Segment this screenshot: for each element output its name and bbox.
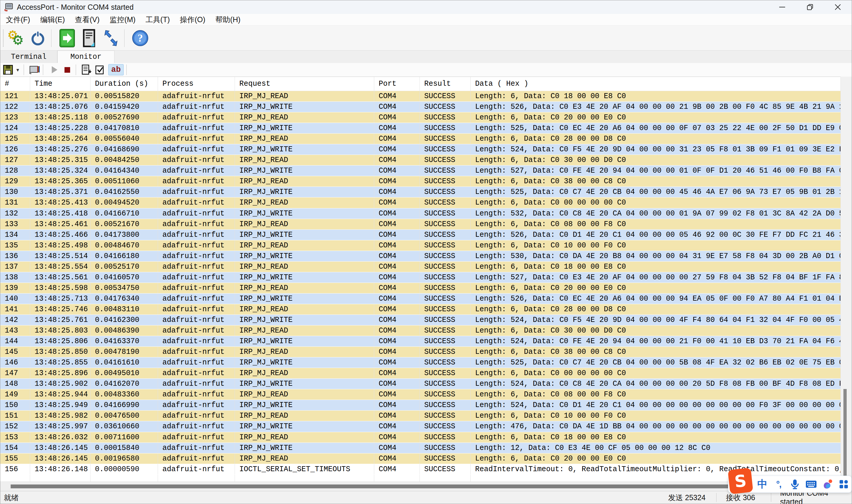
column-header-result[interactable]: Result	[420, 77, 471, 91]
toolbar-grip[interactable]	[3, 30, 4, 47]
sogou-logo-icon[interactable]: S	[728, 468, 753, 494]
column-header-process[interactable]: Process	[158, 77, 235, 91]
menu-help[interactable]: 帮助(H)	[210, 14, 246, 25]
table-row[interactable]: 12613:48:25.2760.04168690adafruit-nrfutI…	[0, 144, 841, 155]
table-row[interactable]: 15613:48:26.1480.00000590adafruit-nrfutI…	[0, 464, 841, 475]
cell-request: IRP_MJ_READ	[235, 453, 374, 464]
column-header-duration[interactable]: Duration (s)	[90, 77, 158, 91]
cell-id: 137	[0, 262, 30, 272]
tab-monitor[interactable]: Monitor	[57, 51, 115, 63]
table-row[interactable]: 12313:48:25.1180.00527690adafruit-nrfutI…	[0, 112, 841, 123]
menu-monitor[interactable]: 监控(M)	[105, 14, 140, 25]
menu-operation[interactable]: 操作(O)	[175, 14, 210, 25]
keyboard-icon[interactable]	[805, 478, 817, 490]
table-row[interactable]: 14913:48:25.9440.00483360adafruit-nrfutI…	[0, 389, 841, 400]
restore-button[interactable]	[796, 0, 824, 14]
chinese-mode-icon[interactable]: 中	[757, 478, 768, 490]
table-row[interactable]: 14313:48:25.8030.00486390adafruit-nrfutI…	[0, 325, 841, 336]
ab-toggle[interactable]: ab	[108, 64, 124, 75]
table-row[interactable]: 13613:48:25.5140.04166180adafruit-nrfutI…	[0, 251, 841, 262]
voice-icon[interactable]	[789, 478, 801, 490]
cell-duration: 0.00556040	[90, 133, 158, 144]
cell-duration: 0.00494520	[90, 197, 158, 208]
table-row[interactable]: 15313:48:26.0320.00711600adafruit-nrfutI…	[0, 432, 841, 443]
cell-data: Length: 6, Data: C0 18 00 00 E8 C0	[471, 432, 841, 443]
cell-port: COM4	[374, 112, 420, 123]
autoscroll-button[interactable]	[81, 64, 92, 75]
cell-result: SUCCESS	[420, 293, 471, 304]
cell-result: SUCCESS	[420, 91, 471, 102]
swap-arrows-button[interactable]	[101, 29, 121, 48]
stop-button[interactable]	[61, 64, 73, 75]
column-header-id[interactable]: #	[0, 77, 30, 91]
cell-port: COM4	[374, 230, 420, 240]
table-row[interactable]: 14013:48:25.7130.04176340adafruit-nrfutI…	[0, 293, 841, 304]
table-row[interactable]: 12213:48:25.0760.04159420adafruit-nrfutI…	[0, 102, 841, 112]
table-row[interactable]: 14213:48:25.7610.04162300adafruit-nrfutI…	[0, 315, 841, 325]
column-header-request[interactable]: Request	[235, 77, 374, 91]
table-row[interactable]: 12513:48:25.2640.00556040adafruit-nrfutI…	[0, 133, 841, 144]
table-row[interactable]: 13813:48:25.5610.04160570adafruit-nrfutI…	[0, 272, 841, 283]
play-button[interactable]	[48, 64, 59, 75]
cell-process: adafruit-nrfut	[158, 464, 235, 474]
minimize-button[interactable]	[768, 0, 796, 14]
cell-process: adafruit-nrfut	[158, 240, 235, 251]
cell-data: Length: 6, Data: C0 30 00 00 D0 C0	[471, 325, 841, 336]
table-row[interactable]: 14713:48:25.8960.00495010adafruit-nrfutI…	[0, 368, 841, 379]
table-row[interactable]: 15513:48:26.1450.00196580adafruit-nrfutI…	[0, 453, 841, 464]
menu-file[interactable]: 文件(F)	[1, 14, 35, 25]
cell-result: SUCCESS	[420, 400, 471, 410]
column-header-data[interactable]: Data ( Hex )	[471, 77, 841, 91]
settings-button[interactable]: ⚙ ⚙	[6, 29, 26, 48]
table-row[interactable]: 14513:48:25.8500.00478190adafruit-nrfutI…	[0, 347, 841, 357]
cell-request: IRP_MJ_READ	[235, 389, 374, 400]
monitor-config-button[interactable]	[29, 64, 40, 75]
menu-view[interactable]: 查看(V)	[70, 14, 104, 25]
table-row[interactable]: 14613:48:25.8550.04161610adafruit-nrfutI…	[0, 357, 841, 368]
log-window-button[interactable]	[79, 29, 99, 48]
table-row[interactable]: 15113:48:25.9820.00476500adafruit-nrfutI…	[0, 411, 841, 421]
help-button[interactable]: ?	[131, 29, 150, 48]
punctuation-icon[interactable]: °,	[773, 478, 784, 490]
table-row[interactable]: 12913:48:25.3650.00511060adafruit-nrfutI…	[0, 176, 841, 187]
table-row[interactable]: 13513:48:25.4980.00484670adafruit-nrfutI…	[0, 240, 841, 251]
table-row[interactable]: 12113:48:25.0710.00515820adafruit-nrfutI…	[0, 91, 841, 102]
cell-process: adafruit-nrfut	[158, 176, 235, 186]
menu-edit[interactable]: 编辑(E)	[35, 14, 70, 25]
menu-tools[interactable]: 工具(T)	[140, 14, 175, 25]
start-monitor-button[interactable]	[57, 29, 77, 48]
table-row[interactable]: 13413:48:25.4660.04173800adafruit-nrfutI…	[0, 230, 841, 240]
column-header-time[interactable]: Time	[30, 77, 90, 91]
cell-id: 140	[0, 293, 30, 304]
table-row[interactable]: 13213:48:25.4180.04166710adafruit-nrfutI…	[0, 209, 841, 219]
close-icon	[834, 3, 841, 11]
cell-id: 130	[0, 187, 30, 197]
close-button[interactable]	[824, 0, 852, 14]
table-row[interactable]: 13713:48:25.5540.00525170adafruit-nrfutI…	[0, 262, 841, 272]
cell-port: COM4	[374, 379, 420, 389]
monitor-table: #TimeDuration (s)ProcessRequestPortResul…	[0, 76, 841, 482]
table-row[interactable]: 14113:48:25.7460.00483110adafruit-nrfutI…	[0, 304, 841, 315]
toolbox-icon[interactable]	[838, 478, 849, 490]
column-header-port[interactable]: Port	[374, 77, 420, 91]
table-row[interactable]: 13113:48:25.4130.00494520adafruit-nrfutI…	[0, 197, 841, 208]
table-row[interactable]: 14413:48:25.8060.04163370adafruit-nrfutI…	[0, 336, 841, 347]
table-row[interactable]: 14813:48:25.9020.04162070adafruit-nrfutI…	[0, 379, 841, 389]
table-row[interactable]: 15413:48:26.1450.00015840adafruit-nrfutI…	[0, 443, 841, 453]
table-row[interactable]: 12713:48:25.3150.00484250adafruit-nrfutI…	[0, 155, 841, 165]
table-row[interactable]: 12813:48:25.3240.04164340adafruit-nrfutI…	[0, 165, 841, 176]
tab-terminal[interactable]: Terminal	[0, 51, 57, 63]
skin-icon[interactable]	[822, 478, 833, 490]
table-row[interactable]: 15013:48:25.9490.04166990adafruit-nrfutI…	[0, 400, 841, 411]
save-button[interactable]	[2, 64, 14, 75]
vertical-scrollbar-thumb[interactable]	[844, 389, 847, 481]
horizontal-scrollbar-thumb[interactable]	[11, 485, 794, 488]
power-button[interactable]	[28, 29, 48, 48]
table-row[interactable]: 12413:48:25.2280.04170810adafruit-nrfutI…	[0, 123, 841, 133]
table-row[interactable]: 13913:48:25.5980.00534750adafruit-nrfutI…	[0, 283, 841, 293]
table-row[interactable]: 13313:48:25.4610.00521670adafruit-nrfutI…	[0, 219, 841, 230]
save-dropdown-icon[interactable]: ▼	[15, 67, 21, 72]
table-row[interactable]: 13013:48:25.3710.04162550adafruit-nrfutI…	[0, 187, 841, 197]
clear-button[interactable]	[94, 64, 106, 75]
table-row[interactable]: 15213:48:25.9970.03610660adafruit-nrfutI…	[0, 421, 841, 432]
